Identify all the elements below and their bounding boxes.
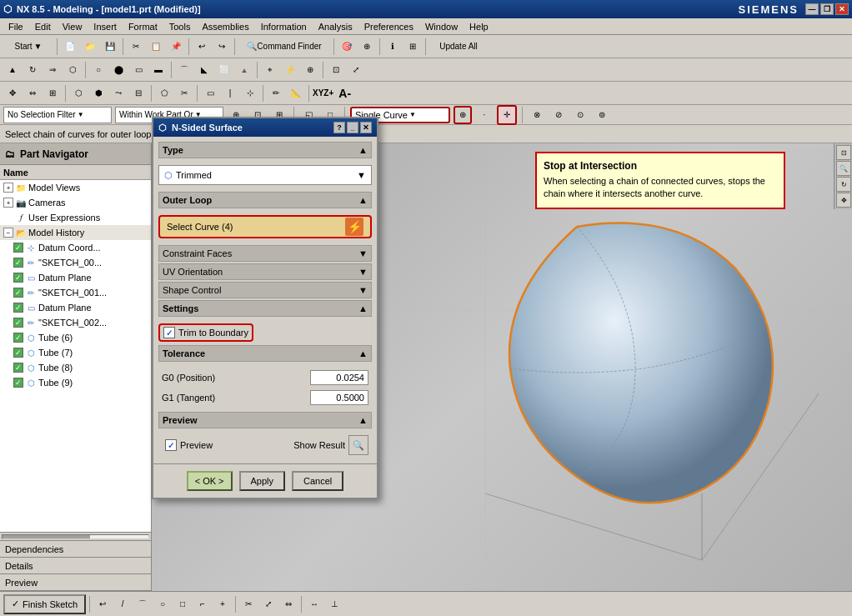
- draft-btn[interactable]: ⟁: [235, 61, 253, 79]
- sketch1-check[interactable]: ✓: [13, 288, 23, 298]
- datum-plane2-check[interactable]: ✓: [13, 303, 23, 313]
- menu-assemblies[interactable]: Assemblies: [197, 20, 253, 33]
- through-curves-btn[interactable]: ⤳: [109, 84, 128, 103]
- paste-btn[interactable]: 📌: [167, 38, 185, 56]
- dialog-min-btn[interactable]: _: [347, 122, 358, 133]
- tube7-check[interactable]: ✓: [13, 348, 23, 358]
- tree-item-datum-plane-2[interactable]: ✓ ▭ Datum Plane: [0, 300, 151, 315]
- menu-insert[interactable]: Insert: [88, 20, 122, 33]
- menu-format[interactable]: Format: [123, 20, 163, 33]
- scale-btn[interactable]: ⤢: [347, 61, 365, 79]
- redo-btn[interactable]: ↪: [213, 38, 231, 56]
- menu-preferences[interactable]: Preferences: [359, 20, 418, 33]
- shape-control-row[interactable]: Shape Control ▼: [158, 282, 372, 298]
- type-section-header[interactable]: Type ▲: [158, 142, 372, 158]
- blend-btn[interactable]: ⌒: [175, 61, 193, 79]
- g0-input[interactable]: [310, 370, 368, 385]
- filter-extra-btn[interactable]: ⊕: [454, 106, 472, 124]
- rotate-btn[interactable]: ↻: [836, 177, 851, 192]
- close-btn[interactable]: ✕: [835, 3, 849, 15]
- datum-axis-btn[interactable]: |: [221, 84, 239, 103]
- cut-btn[interactable]: ✂: [127, 38, 145, 56]
- tree-item-cameras[interactable]: + 📷 Cameras: [0, 195, 151, 210]
- bt-point-btn[interactable]: +: [213, 595, 232, 613]
- tree-item-tube-8[interactable]: ✓ ⬡ Tube (8): [0, 360, 151, 375]
- g1-input[interactable]: [310, 390, 368, 405]
- dialog-close-btn[interactable]: ✕: [360, 122, 372, 133]
- bt-trim-btn[interactable]: ✂: [239, 595, 258, 613]
- chamfer-btn[interactable]: ◣: [195, 61, 213, 79]
- copy-btn[interactable]: 📋: [147, 38, 165, 56]
- select-curve-btn[interactable]: Select Curve (4) ⚡: [158, 215, 372, 238]
- slot-btn[interactable]: ▬: [149, 61, 168, 79]
- menu-tools[interactable]: Tools: [164, 20, 196, 33]
- snap-pts-btn[interactable]: ·: [475, 106, 494, 124]
- datum-csys-btn[interactable]: ⊹: [241, 84, 259, 103]
- shell-btn[interactable]: ⬜: [215, 61, 233, 79]
- bt-constraint-btn[interactable]: ⊥: [325, 595, 343, 613]
- command-finder-btn[interactable]: 🔍 Command Finder: [238, 38, 330, 56]
- start-dropdown[interactable]: Start ▼: [3, 38, 53, 56]
- trim-to-boundary-row[interactable]: Trim to Boundary: [158, 323, 253, 342]
- thru-mesh-btn[interactable]: ⊟: [129, 84, 148, 103]
- save-btn[interactable]: 💾: [101, 38, 119, 56]
- split-btn[interactable]: ⚡: [281, 61, 299, 79]
- apply-btn[interactable]: Apply: [239, 471, 286, 491]
- selection-filter-dropdown[interactable]: No Selection Filter ▼: [3, 107, 112, 123]
- dependencies-tab[interactable]: Dependencies: [0, 541, 151, 558]
- offset-btn[interactable]: ⊡: [327, 61, 345, 79]
- dialog-help-btn[interactable]: ?: [333, 122, 345, 133]
- trim-to-boundary-checkbox[interactable]: [163, 327, 175, 338]
- pocket-btn[interactable]: ▭: [129, 61, 148, 79]
- extra-filter-btn3[interactable]: ⊙: [571, 106, 589, 124]
- minimize-btn[interactable]: —: [805, 3, 819, 15]
- bt-circle-btn[interactable]: ○: [153, 595, 172, 613]
- cancel-btn[interactable]: Cancel: [292, 471, 343, 491]
- menu-analysis[interactable]: Analysis: [313, 20, 358, 33]
- left-panel-scrollbar[interactable]: [0, 532, 151, 540]
- sketch2-check[interactable]: ✓: [13, 318, 23, 328]
- hole-btn[interactable]: ○: [89, 61, 108, 79]
- settings-section-header[interactable]: Settings ▲: [158, 300, 372, 317]
- bt-rect-btn[interactable]: □: [173, 595, 192, 613]
- outer-loop-section-header[interactable]: Outer Loop ▲: [158, 192, 372, 208]
- tree-item-tube-6[interactable]: ✓ ⬡ Tube (6): [0, 330, 151, 345]
- trim-body-btn[interactable]: ⌖: [261, 61, 279, 79]
- layout-btn[interactable]: ⊞: [403, 38, 422, 56]
- boolean-btn[interactable]: ⊕: [301, 61, 319, 79]
- extra-filter-btn2[interactable]: ⊘: [549, 106, 568, 124]
- bt-extend-btn[interactable]: ⤢: [259, 595, 278, 613]
- pan-btn[interactable]: ✥: [836, 193, 851, 208]
- tube6-check[interactable]: ✓: [13, 333, 23, 343]
- menu-information[interactable]: Information: [256, 20, 312, 33]
- extrude-btn[interactable]: ▲: [3, 61, 22, 79]
- sketch-btn[interactable]: ✏: [267, 84, 285, 103]
- snap-btn[interactable]: ⊕: [358, 38, 376, 56]
- tree-item-model-history[interactable]: − 📂 Model History: [0, 225, 151, 240]
- scroll-thumb[interactable]: [3, 535, 90, 538]
- tree-item-model-views[interactable]: + 📁 Model Views: [0, 180, 151, 195]
- info-btn[interactable]: ℹ: [383, 38, 402, 56]
- zoom-btn[interactable]: 🔍: [836, 161, 851, 176]
- open-btn[interactable]: 📁: [81, 38, 99, 56]
- bt-line-btn[interactable]: /: [113, 595, 132, 613]
- loft-btn[interactable]: ⬡: [63, 61, 82, 79]
- menu-edit[interactable]: Edit: [30, 20, 56, 33]
- tree-item-sketch-0[interactable]: ✓ ✏ "SKETCH_00...: [0, 255, 151, 270]
- bt-arc-btn[interactable]: ⌒: [133, 595, 152, 613]
- mirror-btn[interactable]: ⇔: [23, 84, 42, 103]
- bt-curve-btn[interactable]: ↩: [93, 595, 112, 613]
- direct-sketch-btn[interactable]: 📐: [287, 84, 305, 103]
- 3d-nav-btn[interactable]: 🎯: [338, 38, 356, 56]
- preview-section-header[interactable]: Preview ▲: [158, 412, 372, 428]
- tree-item-datum-coord[interactable]: ✓ ⊹ Datum Coord...: [0, 240, 151, 255]
- menu-view[interactable]: View: [58, 20, 88, 33]
- tolerance-section-header[interactable]: Tolerance ▲: [158, 345, 372, 362]
- pattern-btn[interactable]: ⊞: [43, 84, 62, 103]
- scroll-track[interactable]: [2, 534, 149, 539]
- datum-plane-btn[interactable]: ▭: [201, 84, 219, 103]
- tree-item-user-expr[interactable]: 𝑓 User Expressions: [0, 210, 151, 225]
- ok-btn[interactable]: < OK >: [187, 471, 233, 491]
- bt-fillet-btn[interactable]: ⌐: [193, 595, 212, 613]
- tree-item-sketch-1[interactable]: ✓ ✏ "SKETCH_001...: [0, 285, 151, 300]
